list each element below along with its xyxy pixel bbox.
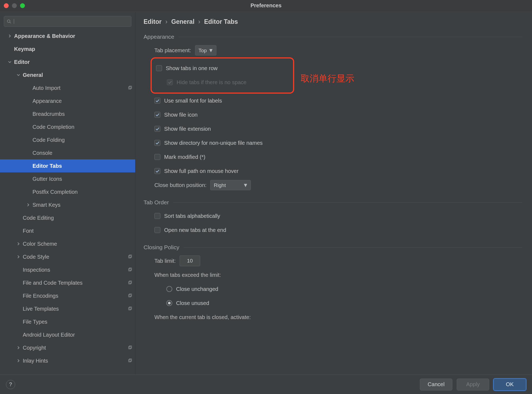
- sidebar-item-file-types[interactable]: File Types: [0, 315, 135, 328]
- sidebar-item-auto-import[interactable]: Auto Import: [0, 81, 135, 94]
- apply-button[interactable]: Apply: [457, 379, 489, 390]
- highlight-box: Show tabs in one row Hide tabs if there …: [151, 57, 294, 94]
- window-close-button[interactable]: [4, 3, 9, 8]
- tab-placement-label: Tab placement:: [154, 47, 191, 54]
- settings-tree: Appearance & BehaviorKeymapEditorGeneral…: [0, 29, 135, 375]
- sidebar-item-live-templates[interactable]: Live Templates: [0, 302, 135, 315]
- svg-rect-11: [129, 294, 132, 296]
- ok-button[interactable]: OK: [494, 379, 526, 390]
- chevron-right-icon[interactable]: [16, 255, 21, 258]
- tab-placement-select[interactable]: Top: [195, 45, 216, 55]
- sidebar-item-label: Code Completion: [33, 124, 133, 130]
- sidebar-item-color-scheme[interactable]: Color Scheme: [0, 237, 135, 250]
- cancel-button[interactable]: Cancel: [420, 379, 452, 390]
- sidebar-item-label: Auto Import: [33, 85, 127, 91]
- hide-tabs-no-space-checkbox: Hide tabs if there is no space: [167, 79, 246, 86]
- sidebar-item-label: Editor: [14, 59, 133, 65]
- window-title: Preferences: [0, 2, 532, 9]
- window-minimize-button[interactable]: [12, 3, 17, 8]
- section-header-appearance: Appearance: [144, 34, 522, 40]
- chevron-right-icon[interactable]: [16, 346, 21, 349]
- chevron-right-icon[interactable]: [8, 34, 12, 38]
- chevron-right-icon[interactable]: [16, 242, 21, 245]
- sidebar-item-label: Inspections: [23, 267, 127, 273]
- sidebar-item-code-completion[interactable]: Code Completion: [0, 120, 135, 133]
- sidebar-item-label: Keymap: [14, 46, 133, 52]
- project-scope-icon: [127, 85, 133, 91]
- svg-rect-2: [129, 87, 131, 89]
- sidebar-item-label: File Types: [23, 319, 133, 325]
- sidebar-item-file-and-code-templates[interactable]: File and Code Templates: [0, 276, 135, 289]
- sidebar-item-font[interactable]: Font: [0, 224, 135, 237]
- search-input[interactable]: [4, 16, 131, 27]
- svg-rect-3: [129, 86, 132, 88]
- open-new-tabs-end-checkbox[interactable]: Open new tabs at the end: [154, 227, 226, 233]
- sidebar-item-android-layout-editor[interactable]: Android Layout Editor: [0, 328, 135, 341]
- breadcrumb: Editor › General › Editor Tabs: [144, 18, 522, 25]
- sidebar-item-label: Color Scheme: [23, 241, 133, 247]
- section-header-tab-order: Tab Order: [144, 199, 522, 206]
- show-tabs-one-row-checkbox[interactable]: Show tabs in one row: [156, 65, 218, 71]
- chevron-right-icon[interactable]: [16, 359, 21, 362]
- sidebar-item-inspections[interactable]: Inspections: [0, 263, 135, 276]
- window-maximize-button[interactable]: [20, 3, 25, 8]
- sidebar-item-code-editing[interactable]: Code Editing: [0, 211, 135, 224]
- sidebar-item-label: Live Templates: [23, 306, 127, 312]
- show-file-icon-checkbox[interactable]: Show file icon: [154, 112, 197, 118]
- show-full-path-checkbox[interactable]: Show full path on mouse hover: [154, 168, 239, 174]
- sidebar-item-breadcrumbs[interactable]: Breadcrumbs: [0, 107, 135, 120]
- annotation-text: 取消单行显示: [301, 73, 354, 85]
- sidebar-item-general[interactable]: General: [0, 68, 135, 81]
- sidebar-item-appearance[interactable]: Appearance: [0, 94, 135, 107]
- sidebar-item-editor-tabs[interactable]: Editor Tabs: [0, 159, 135, 172]
- show-file-extension-checkbox[interactable]: Show file extension: [154, 126, 211, 132]
- section-header-closing-policy: Closing Policy: [144, 244, 522, 251]
- sidebar-item-postfix-completion[interactable]: Postfix Completion: [0, 185, 135, 198]
- chevron-down-icon[interactable]: [16, 73, 21, 77]
- sidebar-item-label: File and Code Templates: [23, 280, 127, 286]
- breadcrumb-item[interactable]: Editor: [144, 18, 161, 25]
- tab-limit-input[interactable]: [180, 255, 200, 266]
- close-unused-radio[interactable]: Close unused: [166, 300, 209, 306]
- sidebar-item-smart-keys[interactable]: Smart Keys: [0, 198, 135, 211]
- project-scope-icon: [127, 280, 133, 286]
- sort-tabs-alpha-checkbox[interactable]: Sort tabs alphabetically: [154, 213, 220, 219]
- breadcrumb-item[interactable]: General: [171, 18, 194, 25]
- dialog-footer: ? Cancel Apply OK: [0, 375, 532, 394]
- chevron-right-icon: ›: [165, 18, 167, 25]
- svg-point-0: [7, 20, 10, 22]
- sidebar-item-keymap[interactable]: Keymap: [0, 42, 135, 55]
- sidebar-item-editor[interactable]: Editor: [0, 55, 135, 68]
- svg-line-1: [10, 22, 11, 23]
- sidebar-item-code-folding[interactable]: Code Folding: [0, 133, 135, 146]
- chevron-down-icon[interactable]: [8, 60, 12, 64]
- sidebar-item-inlay-hints[interactable]: Inlay Hints: [0, 354, 135, 367]
- help-button[interactable]: ?: [6, 380, 15, 389]
- svg-rect-4: [129, 255, 131, 258]
- project-scope-icon: [127, 267, 133, 273]
- sidebar-item-label: Appearance & Behavior: [14, 33, 133, 39]
- svg-rect-16: [129, 359, 131, 362]
- sidebar-item-console[interactable]: Console: [0, 146, 135, 159]
- use-small-font-checkbox[interactable]: Use small font for labels: [154, 98, 222, 104]
- sidebar-item-file-encodings[interactable]: File Encodings: [0, 289, 135, 302]
- sidebar-item-appearance-behavior[interactable]: Appearance & Behavior: [0, 29, 135, 42]
- close-button-position-select[interactable]: Right: [210, 180, 251, 190]
- tab-limit-label: Tab limit:: [154, 258, 176, 264]
- sidebar-item-label: Gutter Icons: [33, 176, 133, 182]
- mark-modified-checkbox[interactable]: Mark modified (*): [154, 154, 205, 160]
- sidebar-item-label: Code Folding: [33, 137, 133, 143]
- sidebar-item-label: Code Editing: [23, 215, 133, 221]
- sidebar-item-label: Code Style: [23, 254, 127, 260]
- sidebar-item-label: Android Layout Editor: [23, 332, 133, 338]
- svg-rect-13: [129, 307, 132, 309]
- breadcrumb-item[interactable]: Editor Tabs: [204, 18, 238, 25]
- sidebar-item-gutter-icons[interactable]: Gutter Icons: [0, 172, 135, 185]
- show-directory-checkbox[interactable]: Show directory for non-unique file names: [154, 140, 263, 146]
- chevron-right-icon[interactable]: [26, 203, 30, 206]
- close-unchanged-radio[interactable]: Close unchanged: [166, 286, 218, 292]
- project-scope-icon: [127, 254, 133, 260]
- sidebar-item-copyright[interactable]: Copyright: [0, 341, 135, 354]
- svg-rect-17: [129, 359, 132, 361]
- sidebar-item-code-style[interactable]: Code Style: [0, 250, 135, 263]
